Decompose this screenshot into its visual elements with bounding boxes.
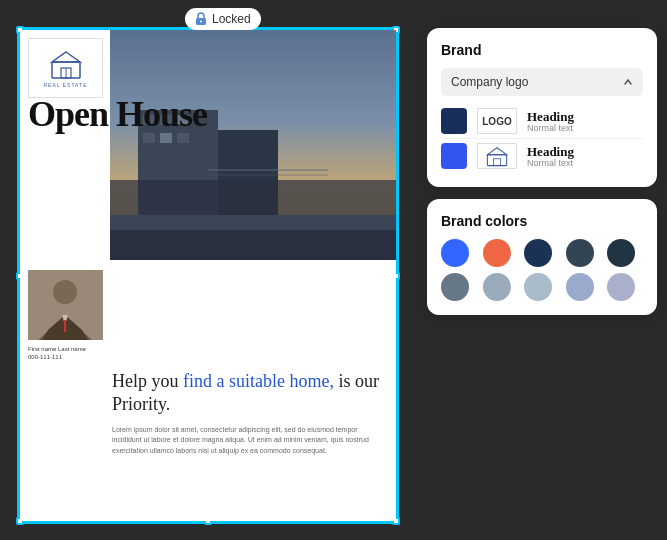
svg-rect-21 — [487, 155, 506, 166]
chevron-up-icon — [623, 77, 633, 87]
canvas-area: Locked — [0, 0, 667, 540]
color-circle-5[interactable] — [441, 273, 469, 301]
dropdown-label: Company logo — [451, 75, 528, 89]
logo-text: REAL ESTATE — [44, 82, 88, 88]
agent-photo — [28, 270, 103, 340]
brand-text-preview-2: Heading Normal text — [527, 145, 574, 168]
svg-point-1 — [200, 21, 202, 23]
colors-panel: Brand colors — [427, 199, 657, 315]
company-logo-dropdown[interactable]: Company logo — [441, 68, 643, 96]
locked-label: Locked — [212, 12, 251, 26]
tagline-highlight: find a suitable home, — [183, 371, 334, 391]
logo-area: REAL ESTATE — [28, 38, 103, 98]
color-circle-7[interactable] — [524, 273, 552, 301]
color-grid — [441, 239, 643, 301]
hero-image — [110, 30, 396, 260]
poster-bottom: Help you find a suitable home, is our Pr… — [20, 360, 396, 521]
poster-body-text: Lorem ipsum dolor sit amet, consectetur … — [112, 425, 384, 457]
real-estate-logo-icon — [50, 48, 82, 80]
brand-option-2[interactable]: Heading Normal text — [441, 139, 643, 173]
brand-normal-1: Normal text — [527, 123, 574, 133]
color-circle-1[interactable] — [483, 239, 511, 267]
svg-rect-22 — [494, 159, 501, 166]
color-circle-3[interactable] — [566, 239, 594, 267]
color-circle-8[interactable] — [566, 273, 594, 301]
agent-name: First name Last name — [28, 345, 103, 353]
poster-title: Open House — [28, 95, 207, 135]
color-circle-2[interactable] — [524, 239, 552, 267]
right-panels: Brand Company logo LOGO Heading Normal t… — [427, 28, 657, 315]
brand-panel-title: Brand — [441, 42, 643, 58]
poster: REAL ESTATE Open House — [20, 30, 396, 521]
color-circle-0[interactable] — [441, 239, 469, 267]
brand-heading-1: Heading — [527, 110, 574, 123]
tagline-plain1: Help you — [112, 371, 183, 391]
poster-wrapper[interactable]: REAL ESTATE Open House — [18, 28, 398, 523]
lock-icon — [195, 12, 207, 26]
poster-tagline: Help you find a suitable home, is our Pr… — [112, 370, 384, 417]
color-circle-4[interactable] — [607, 239, 635, 267]
brand-swatch-2 — [441, 143, 467, 169]
brand-logo-preview-1: LOGO — [477, 108, 517, 134]
svg-rect-13 — [110, 230, 396, 260]
brand-text-preview-1: Heading Normal text — [527, 110, 574, 133]
brand-logo-icon-2 — [477, 143, 517, 169]
brand-heading-2: Heading — [527, 145, 574, 158]
brand-option-1[interactable]: LOGO Heading Normal text — [441, 104, 643, 139]
brand-panel: Brand Company logo LOGO Heading Normal t… — [427, 28, 657, 187]
color-circle-6[interactable] — [483, 273, 511, 301]
locked-badge: Locked — [185, 8, 261, 30]
color-circle-9[interactable] — [607, 273, 635, 301]
brand-swatch-1 — [441, 108, 467, 134]
svg-point-20 — [53, 280, 77, 304]
brand-normal-2: Normal text — [527, 158, 574, 168]
colors-panel-title: Brand colors — [441, 213, 643, 229]
